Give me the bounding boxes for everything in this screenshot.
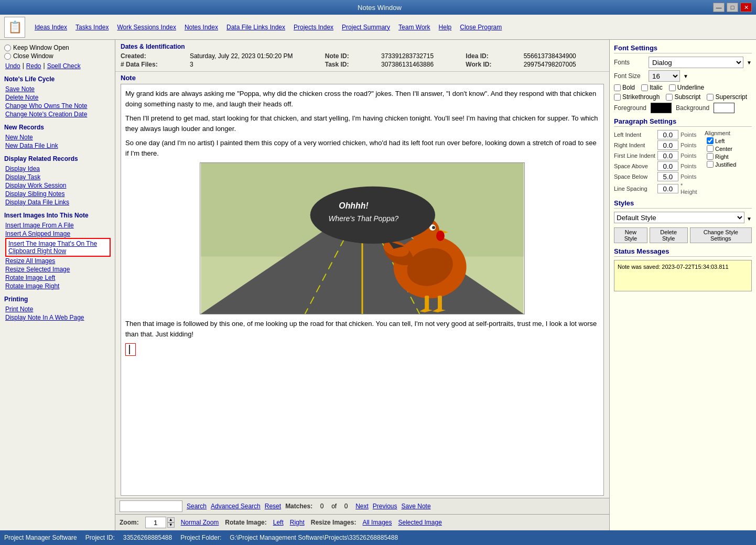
center-align-checkbox[interactable] xyxy=(707,145,714,152)
sidebar-item-save-note[interactable]: Save Note xyxy=(5,85,111,93)
underline-label: Underline xyxy=(677,84,704,91)
italic-checkbox[interactable] xyxy=(641,84,648,91)
spell-check-button[interactable]: Spell Check xyxy=(46,62,82,70)
selected-image-button[interactable]: Selected Image xyxy=(398,519,441,526)
sidebar-item-display-task[interactable]: Display Task xyxy=(5,173,111,181)
zoom-down-button[interactable]: ▼ xyxy=(167,522,175,528)
insert-images-header: Insert Images Into This Note xyxy=(4,212,111,219)
right-align-checkbox[interactable] xyxy=(707,153,714,160)
left-indent-input[interactable] xyxy=(657,130,678,139)
search-button[interactable]: Search xyxy=(187,503,207,510)
reset-button[interactable]: Reset xyxy=(265,503,281,510)
minimize-button[interactable]: — xyxy=(713,3,725,12)
underline-checkbox-item: Underline xyxy=(669,84,704,91)
font-select[interactable]: Dialog xyxy=(649,57,743,68)
superscript-label: Superscript xyxy=(715,93,747,101)
note-section-header: Note xyxy=(121,74,604,82)
sidebar-item-resize-all[interactable]: Resize All Images xyxy=(5,257,111,265)
dates-grid: Created: Saturday, July 22, 2023 01:50:2… xyxy=(121,52,604,68)
bold-checkbox[interactable] xyxy=(614,84,621,91)
nav-work-sessions-index[interactable]: Work Sessions Index xyxy=(114,23,179,32)
sidebar-item-insert-clipboard[interactable]: Insert The Image That's On The Clipboard… xyxy=(5,238,111,257)
previous-button[interactable]: Previous xyxy=(373,503,397,510)
subscript-label: Subscript xyxy=(674,93,700,101)
new-style-button[interactable]: New Style xyxy=(614,227,647,243)
project-id-label: Project ID: xyxy=(85,534,115,541)
sidebar-item-new-note[interactable]: New Note xyxy=(5,133,111,141)
rotate-left-button[interactable]: Left xyxy=(273,519,284,526)
sidebar-item-display-idea[interactable]: Display Idea xyxy=(5,165,111,173)
keep-window-open-radio[interactable]: Keep Window Open xyxy=(4,44,111,51)
delete-style-button[interactable]: Delete Style xyxy=(650,227,688,243)
nav-help[interactable]: Help xyxy=(436,23,455,32)
space-above-input[interactable] xyxy=(657,161,678,171)
sidebar-item-display-web[interactable]: Display Note In A Web Page xyxy=(5,313,111,322)
color-row: Foreground Background xyxy=(614,103,752,113)
subscript-checkbox[interactable] xyxy=(666,94,673,101)
background-color-box[interactable] xyxy=(714,103,735,113)
sidebar-item-change-creation[interactable]: Change Note's Creation Date xyxy=(5,110,111,118)
sidebar-item-new-data-file-link[interactable]: New Data File Link xyxy=(5,141,111,150)
change-style-settings-button[interactable]: Change Style Settings xyxy=(690,227,752,243)
sidebar-item-change-owner[interactable]: Change Who Owns The Note xyxy=(5,102,111,110)
superscript-checkbox[interactable] xyxy=(707,94,714,101)
sidebar-item-display-data-file-links[interactable]: Display Data File Links xyxy=(5,198,111,206)
sidebar-item-print-note[interactable]: Print Note xyxy=(5,305,111,313)
sidebar-item-resize-selected[interactable]: Resize Selected Image xyxy=(5,265,111,274)
nav-project-summary[interactable]: Project Summary xyxy=(339,23,393,32)
status-section: Status Messages Note was saved: 2023-07-… xyxy=(614,247,752,291)
all-images-button[interactable]: All Images xyxy=(362,519,392,526)
styles-button-row: New Style Delete Style Change Style Sett… xyxy=(614,227,752,243)
normal-zoom-button[interactable]: Normal Zoom xyxy=(181,519,219,526)
status-message: Note was saved: 2023-07-22T15:34:03.811 xyxy=(618,264,729,270)
task-id-label: Task ID: xyxy=(325,61,377,68)
note-id-label: Note ID: xyxy=(325,52,377,60)
close-button[interactable]: ✕ xyxy=(740,3,752,12)
foreground-color-box[interactable] xyxy=(651,103,672,113)
nav-close-program[interactable]: Close Program xyxy=(457,23,505,32)
nav-notes-index[interactable]: Notes Index xyxy=(181,23,221,32)
foreground-label: Foreground xyxy=(614,104,646,112)
underline-checkbox[interactable] xyxy=(669,84,676,91)
sidebar-item-rotate-left[interactable]: Rotate Image Left xyxy=(5,274,111,282)
fonts-label: Fonts xyxy=(614,59,645,66)
center-content: Dates & Identification Created: Saturday… xyxy=(115,40,609,530)
nav-ideas-index[interactable]: Ideas Index xyxy=(31,23,70,32)
sidebar-item-display-work-session[interactable]: Display Work Session xyxy=(5,181,111,190)
sidebar-item-rotate-right[interactable]: Rotate Image Right xyxy=(5,282,111,290)
text-style-row2: Strikethrough Subscript Superscript xyxy=(614,93,752,101)
undo-button[interactable]: Undo xyxy=(4,62,21,70)
nav-projects-index[interactable]: Projects Index xyxy=(290,23,337,32)
zoom-input[interactable]: 1 xyxy=(145,517,166,528)
nav-team-work[interactable]: Team Work xyxy=(395,23,433,32)
nav-tasks-index[interactable]: Tasks Index xyxy=(72,23,112,32)
styles-select[interactable]: Default Style xyxy=(614,212,744,223)
close-window-radio[interactable]: Close Window xyxy=(4,52,111,60)
font-size-select[interactable]: 16 xyxy=(649,70,680,82)
font-dropdown-icon: ▼ xyxy=(747,60,752,66)
left-align-checkbox[interactable] xyxy=(707,137,714,144)
line-spacing-input[interactable] xyxy=(657,184,678,193)
note-editor[interactable]: My grand kids are always asking me "Popp… xyxy=(121,84,604,496)
zoom-up-button[interactable]: ▲ xyxy=(167,517,175,522)
save-note-search-button[interactable]: Save Note xyxy=(402,503,431,510)
first-line-input[interactable] xyxy=(657,151,678,160)
strikethrough-checkbox[interactable] xyxy=(614,94,621,101)
sidebar-item-display-sibling-notes[interactable]: Display Sibling Notes xyxy=(5,190,111,198)
right-indent-input[interactable] xyxy=(657,140,678,150)
paragraph-settings-body: Left Indent Points Right Indent Points F… xyxy=(614,130,752,195)
sidebar-item-insert-image-file[interactable]: Insert Image From A File xyxy=(5,221,111,230)
maximize-button[interactable]: □ xyxy=(727,3,738,12)
nav-data-file-links-index[interactable]: Data File Links Index xyxy=(223,23,288,32)
sidebar-item-insert-snipped[interactable]: Insert A Snipped Image xyxy=(5,230,111,238)
sidebar-item-delete-note[interactable]: Delete Note xyxy=(5,93,111,102)
superscript-checkbox-item: Superscript xyxy=(707,93,747,101)
redo-button[interactable]: Redo xyxy=(25,62,42,70)
search-input[interactable] xyxy=(120,500,182,512)
space-below-input[interactable] xyxy=(657,172,678,181)
work-id-value: 299754798207005 xyxy=(524,61,604,68)
next-button[interactable]: Next xyxy=(355,503,369,510)
rotate-right-button[interactable]: Right xyxy=(290,519,305,526)
advanced-search-button[interactable]: Advanced Search xyxy=(211,503,261,510)
justified-align-checkbox[interactable] xyxy=(707,161,714,168)
